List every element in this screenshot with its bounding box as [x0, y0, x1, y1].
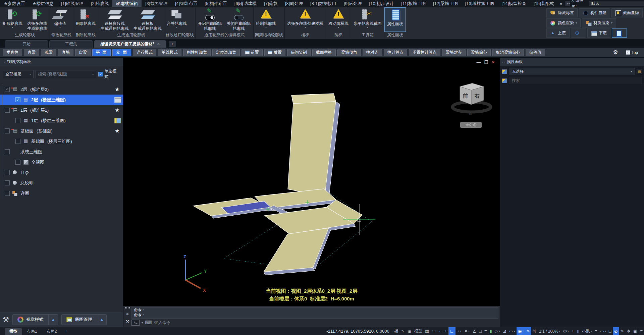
tree-checkbox[interactable]: [5, 180, 10, 185]
grid-display-icon[interactable]: ▦: [424, 327, 430, 335]
toolbar-button[interactable]: 定位边加宽: [212, 49, 240, 56]
minimize-icon[interactable]: —: [476, 60, 481, 65]
tree-checkbox[interactable]: [5, 128, 10, 133]
snap-grid-icon[interactable]: ∷ ▾: [430, 327, 438, 335]
drag-grip-icon[interactable]: [125, 307, 130, 309]
viewport-canvas[interactable]: Z Y X 南 前 右 — ❐ ✕ 未命名 当前视图：视图_2层体系0_2层 视…: [123, 58, 500, 306]
tree-row[interactable]: 总说明: [0, 178, 123, 188]
toolbar-button[interactable]: 平 面: [92, 49, 111, 56]
node-snap-icon[interactable]: ⌐: [438, 327, 443, 335]
pan-hand-icon[interactable]: ❖: [625, 327, 632, 335]
toolbar-button[interactable]: 梁墙倒角: [337, 49, 361, 56]
menu-item[interactable]: [4]智能布置: [171, 0, 201, 7]
close-icon[interactable]: ✕: [491, 60, 495, 65]
selection-select[interactable]: 无选择 ▾: [509, 68, 635, 75]
ortho-mode-icon[interactable]: ∟: [448, 327, 455, 335]
menu-item[interactable]: ★参数设置: [0, 0, 29, 7]
menu-item[interactable]: [15]装配式: [530, 0, 558, 7]
menu-item[interactable]: ★楼层信息: [29, 0, 58, 7]
annotation-pen-icon[interactable]: ✎: [525, 327, 531, 335]
menu-item[interactable]: [14]模型检查: [498, 0, 530, 7]
layout-tab[interactable]: 布局1: [22, 328, 42, 335]
layer-nav-button[interactable]: 上层: [546, 29, 570, 38]
expand-up-icon[interactable]: ▲: [48, 315, 58, 325]
toolbar-button[interactable]: 偏移值: [526, 49, 545, 56]
document-tab[interactable]: 工程集: [49, 40, 93, 48]
tree-checkbox[interactable]: [5, 170, 10, 175]
layer-nav-button[interactable]: [571, 29, 586, 38]
toolbar-gear-icon[interactable]: ⚙: [613, 49, 618, 56]
menu-item[interactable]: [13]墙柱施工图: [462, 0, 498, 7]
ribbon-button[interactable]: 选择板 生成通用轮廓线: [131, 7, 164, 32]
menu-item[interactable]: [7]荷载: [260, 0, 281, 7]
add-layout-tab-button[interactable]: +: [61, 329, 70, 334]
sheet-thumbnail-icon[interactable]: [114, 118, 121, 123]
menu-item[interactable]: 轮廓线编辑: [112, 0, 142, 7]
toolbar-button[interactable]: 梁墙对齐: [442, 49, 466, 56]
ribbon-button[interactable]: 合并轮廓线 ▾: [164, 7, 189, 32]
chevron-down-icon[interactable]: ▾: [142, 321, 143, 324]
expand-up-icon[interactable]: ▲: [97, 315, 106, 325]
toolbar-button[interactable]: 垂直柱: [3, 49, 22, 56]
ribbon-collapse-icon[interactable]: ▲▾: [566, 1, 570, 6]
toolbar-button[interactable]: 刚性杆加宽: [183, 49, 211, 56]
floor-filter-select[interactable]: 全部楼层 ▾: [3, 70, 34, 78]
menu-item[interactable]: [2]轮廓线: [87, 0, 112, 7]
view-cube[interactable]: 南 前 右: [452, 83, 491, 115]
ribbon-toggle-button[interactable]: 隐藏标签: [546, 8, 578, 17]
tree-row[interactable]: 基础面 (基础面) ★: [0, 126, 123, 136]
property-list-icon[interactable]: ▤: [637, 69, 642, 74]
close-icon[interactable]: ✕: [126, 312, 129, 317]
tree-row[interactable]: 基础面 (楼层三维图): [0, 136, 123, 147]
menu-overflow-icon[interactable]: »: [558, 0, 564, 7]
monitor-lock-icon[interactable]: ▭ ▾: [598, 327, 607, 335]
annotation-scale-select[interactable]: 1:1 / 100% ▾: [538, 327, 561, 335]
layer-nav-button[interactable]: 下层: [587, 29, 610, 38]
tree-row[interactable]: 2层 (楼层三维图): [0, 95, 123, 105]
menu-item[interactable]: [5]构件布置: [201, 0, 230, 7]
layout-select[interactable]: 默认 ▾: [589, 1, 644, 6]
view-thumbnail-icon[interactable]: [114, 97, 121, 103]
menu-item[interactable]: [9]后处理: [340, 0, 365, 7]
drag-grip-icon[interactable]: ⸬: [502, 60, 505, 64]
tree-checkbox[interactable]: [5, 87, 10, 92]
tree-checkbox[interactable]: [15, 118, 20, 123]
tree-row[interactable]: 详图: [0, 188, 123, 199]
menu-item[interactable]: [10]初步设计: [366, 0, 398, 7]
tree-row[interactable]: 1层 (标准层1) ★: [0, 105, 123, 115]
ribbon-button[interactable]: 移动阶梯线 ▾: [326, 7, 351, 32]
favorite-star-icon[interactable]: ★: [115, 86, 120, 93]
properties-panel-header[interactable]: ⸬ 属性面板: [500, 58, 644, 66]
annotation-autoscale-icon[interactable]: ⇅: [531, 327, 538, 335]
ribbon-button[interactable]: 关闭自由编辑 轮廓线: [224, 7, 253, 32]
model-space-toggle[interactable]: 模型: [413, 327, 424, 335]
command-input-hint[interactable]: 键入命令: [154, 320, 170, 326]
clean-screen-icon[interactable]: ⊘: [613, 327, 619, 335]
ribbon-button[interactable]: 矩形轮廓线 ▾: [0, 7, 25, 32]
toolbar-button[interactable]: 梁墙偏心: [467, 49, 491, 56]
toolbar-button[interactable]: 单线模式: [158, 49, 181, 56]
tree-checkbox[interactable]: [5, 149, 10, 154]
render-mode-button[interactable]: 材质渲染 ▾: [582, 18, 616, 27]
toolbar-button[interactable]: 后置: [264, 49, 285, 56]
tree-row[interactable]: 2层 (标准层2) ★: [0, 84, 123, 95]
point-snap-icon[interactable]: +: [443, 327, 448, 335]
selection-cycling-icon[interactable]: ◇ ▾: [493, 327, 501, 335]
toolbar-button[interactable]: 重置柱计算点: [409, 49, 440, 56]
lineweight-icon[interactable]: ≡: [483, 327, 488, 335]
new-tab-button[interactable]: +: [169, 41, 176, 47]
ribbon-button[interactable]: 开启自由编辑 轮廓线: [196, 7, 224, 32]
polar-tracking-icon[interactable]: ◔ ▾: [455, 327, 463, 335]
menu-item[interactable]: [8]前处理: [281, 0, 307, 7]
toolbar-button[interactable]: 柱计算点: [384, 49, 407, 56]
ribbon-button[interactable]: 绘制轮廓线 ▾: [254, 7, 278, 32]
toolbar-button[interactable]: 柱对齐: [363, 49, 382, 56]
selection-window-icon[interactable]: □: [478, 327, 483, 335]
top-view-checkbox[interactable]: ✓ Top: [626, 50, 638, 55]
toolbar-button[interactable]: 层间复制: [287, 49, 311, 56]
orbit-icon[interactable]: ◉ ▾: [517, 327, 525, 335]
toolbar-button[interactable]: 截面替换: [312, 49, 336, 56]
command-list-icon[interactable]: ≡: [593, 327, 599, 335]
ribbon-toggle-button[interactable]: 截面显隐: [611, 8, 643, 17]
ribbon-toggle-button[interactable]: 构件显隐: [579, 8, 610, 17]
